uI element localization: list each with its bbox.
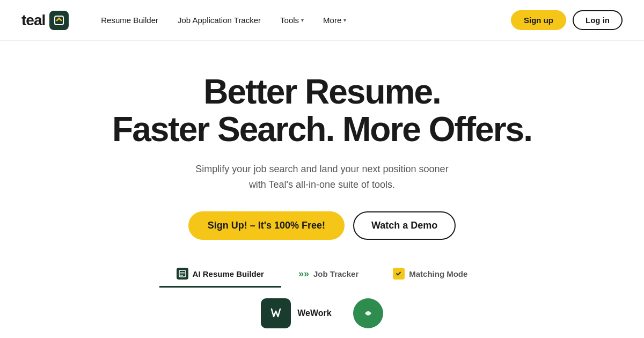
nav-more[interactable]: More ▾ xyxy=(323,16,346,25)
tab-ai-resume-builder[interactable]: AI Resume Builder xyxy=(159,261,281,288)
preview-section: WeWork xyxy=(0,298,644,328)
logo[interactable]: teal xyxy=(21,11,69,30)
tab-label-matching: Matching Mode xyxy=(409,269,467,278)
tab-label-resume: AI Resume Builder xyxy=(193,269,264,278)
tools-chevron-icon: ▾ xyxy=(301,17,304,23)
nav-resume-builder[interactable]: Resume Builder xyxy=(101,16,158,25)
login-button[interactable]: Log in xyxy=(573,10,623,30)
signup-button[interactable]: Sign up xyxy=(511,10,566,30)
nav-job-tracker[interactable]: Job Application Tracker xyxy=(178,16,261,25)
hero-subtitle: Simplify your job search and land your n… xyxy=(193,161,451,193)
navbar: teal Resume Builder Job Application Trac… xyxy=(0,0,644,41)
hero-section: Better Resume. Faster Search. More Offer… xyxy=(0,41,644,240)
tab-job-tracker[interactable]: »» Job Tracker xyxy=(281,261,376,288)
navbar-left: teal Resume Builder Job Application Trac… xyxy=(21,11,346,30)
navbar-nav: Resume Builder Job Application Tracker T… xyxy=(101,16,346,25)
wework-label: WeWork xyxy=(297,308,331,318)
tabs-section: AI Resume Builder »» Job Tracker Matchin… xyxy=(0,261,644,288)
resume-builder-icon xyxy=(177,268,188,280)
tab-matching-mode[interactable]: Matching Mode xyxy=(376,261,485,288)
hero-signup-button[interactable]: Sign Up! – It's 100% Free! xyxy=(188,211,345,240)
preview-card-2 xyxy=(353,298,383,328)
navbar-right: Sign up Log in xyxy=(511,10,623,30)
hero-title: Better Resume. Faster Search. More Offer… xyxy=(112,73,532,149)
hero-demo-button[interactable]: Watch a Demo xyxy=(353,211,456,240)
company2-logo xyxy=(353,298,383,328)
hero-buttons: Sign Up! – It's 100% Free! Watch a Demo xyxy=(188,211,456,240)
preview-card-wework: WeWork xyxy=(261,298,331,328)
more-chevron-icon: ▾ xyxy=(343,17,346,23)
svg-rect-6 xyxy=(268,306,283,321)
tab-label-tracker: Job Tracker xyxy=(313,269,358,278)
logo-icon xyxy=(49,11,69,30)
logo-text: teal xyxy=(21,12,45,29)
job-tracker-icon: »» xyxy=(298,268,309,280)
wework-logo xyxy=(261,298,291,328)
nav-tools[interactable]: Tools ▾ xyxy=(280,16,304,25)
matching-mode-icon xyxy=(393,268,405,280)
